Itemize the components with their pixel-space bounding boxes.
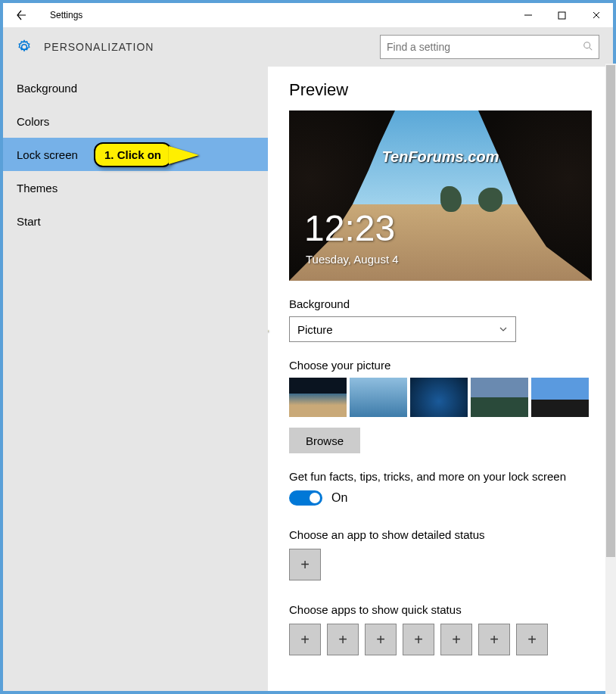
back-button[interactable] [11, 5, 32, 26]
sidebar-item-themes[interactable]: Themes [3, 171, 268, 204]
detailed-status-label: Choose an app to show detailed status [289, 528, 596, 541]
sidebar-item-lock-screen[interactable]: Lock screen 1. Click on [3, 138, 268, 171]
plus-icon: + [300, 631, 310, 649]
preview-watermark: TenForums.com [289, 148, 592, 166]
background-dropdown[interactable]: Picture [289, 316, 516, 342]
quick-status-row: + + + + + + + [289, 624, 596, 655]
preview-heading: Preview [289, 80, 596, 100]
sidebar-item-label: Background [17, 82, 77, 95]
add-quick-status-app[interactable]: + [478, 624, 510, 655]
add-quick-status-app[interactable]: + [289, 624, 321, 655]
scrollbar[interactable] [605, 64, 616, 694]
choose-picture-label: Choose your picture [289, 359, 596, 372]
window-title: Settings [50, 10, 82, 20]
annotation-label: 1. Click on [94, 142, 172, 167]
chevron-down-icon [499, 323, 508, 336]
sidebar: Background Colors Lock screen 1. Click o… [3, 67, 268, 691]
minimize-button[interactable] [511, 3, 545, 27]
annotation-arrow-icon [268, 322, 269, 340]
add-quick-status-app[interactable]: + [516, 624, 548, 655]
header: PERSONALIZATION [3, 27, 613, 67]
plus-icon: + [414, 631, 423, 649]
sidebar-item-label: Colors [17, 115, 49, 128]
fun-facts-toggle[interactable] [289, 490, 322, 506]
sidebar-item-label: Start [17, 215, 41, 228]
add-quick-status-app[interactable]: + [327, 624, 359, 655]
scroll-thumb[interactable] [606, 65, 615, 557]
picture-thumb[interactable] [350, 378, 407, 417]
maximize-button[interactable] [545, 3, 579, 27]
sidebar-item-colors[interactable]: Colors [3, 104, 268, 138]
close-button[interactable] [579, 3, 613, 27]
plus-icon: + [527, 631, 537, 649]
toggle-state-label: On [331, 491, 347, 505]
preview-clock: 12:23 [304, 207, 395, 249]
picture-thumb[interactable] [410, 378, 468, 417]
plus-icon: + [338, 631, 347, 649]
sidebar-item-label: Lock screen [17, 148, 78, 161]
lock-screen-preview: TenForums.com 12:23 Tuesday, August 4 [289, 110, 592, 281]
annotation-arrow-icon [169, 146, 199, 164]
plus-icon: + [452, 631, 461, 649]
plus-icon: + [490, 631, 499, 649]
titlebar: Settings [3, 3, 613, 27]
preview-date: Tuesday, August 4 [306, 253, 399, 266]
svg-line-3 [590, 48, 593, 51]
browse-button[interactable]: Browse [289, 428, 360, 453]
sidebar-item-background[interactable]: Background [3, 71, 268, 104]
sidebar-item-start[interactable]: Start [3, 204, 268, 238]
picture-thumb[interactable] [471, 378, 528, 417]
annotation-step2: 2. Select [268, 318, 269, 343]
picture-thumb[interactable] [531, 378, 589, 417]
page-title: PERSONALIZATION [44, 41, 154, 53]
svg-rect-1 [558, 12, 565, 19]
content-pane: Preview TenForums.com 12:23 Tuesday, Aug… [268, 67, 613, 691]
svg-point-2 [584, 42, 590, 48]
background-label: Background [289, 297, 596, 310]
add-quick-status-app[interactable]: + [365, 624, 397, 655]
picture-thumb[interactable] [289, 378, 347, 417]
dropdown-value: Picture [297, 323, 333, 336]
sidebar-item-label: Themes [17, 182, 58, 195]
add-quick-status-app[interactable]: + [403, 624, 434, 655]
add-quick-status-app[interactable]: + [440, 624, 472, 655]
add-detailed-status-app[interactable]: + [289, 549, 321, 580]
annotation-step1: 1. Click on [94, 142, 199, 167]
fun-facts-label: Get fun facts, tips, tricks, and more on… [289, 470, 596, 483]
gear-icon [17, 39, 32, 54]
search-input[interactable] [380, 35, 599, 59]
search-icon [583, 41, 593, 51]
quick-status-label: Choose apps to show quick status [289, 603, 596, 616]
plus-icon: + [376, 631, 385, 649]
picture-thumbnails [289, 378, 596, 417]
plus-icon: + [300, 556, 310, 574]
